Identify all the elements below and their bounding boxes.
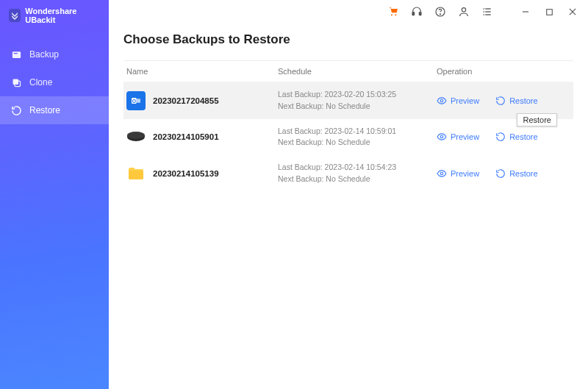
svg-rect-16: [546, 9, 552, 15]
svg-point-7: [440, 14, 440, 15]
menu-icon[interactable]: [481, 5, 494, 18]
svg-rect-10: [485, 8, 490, 9]
sidebar-item-backup[interactable]: Backup: [0, 40, 109, 68]
svg-point-9: [483, 8, 484, 10]
svg-point-13: [483, 14, 484, 15]
sidebar-item-label: Restore: [29, 105, 60, 115]
row-schedule: Last Backup: 2023-02-20 15:03:25Next Bac…: [278, 89, 437, 113]
page-title: Choose Backups to Restore: [123, 32, 573, 47]
sidebar-nav: Backup Clone Restore: [0, 40, 109, 124]
restore-button[interactable]: Restore: [495, 96, 538, 106]
table-row[interactable]: 20230214105139Last Backup: 2023-02-14 10…: [123, 155, 573, 192]
sidebar-item-label: Clone: [29, 77, 52, 88]
svg-point-25: [440, 136, 443, 139]
sidebar: Wondershare UBackit Backup Clone Restore: [0, 0, 109, 389]
svg-point-22: [440, 99, 443, 102]
clone-icon: [10, 76, 22, 88]
svg-rect-15: [523, 11, 528, 12]
restore-tooltip: Restore: [517, 113, 557, 126]
row-type-icon: [126, 164, 153, 183]
svg-rect-21: [137, 99, 140, 102]
row-operations: PreviewRestore: [437, 168, 570, 179]
row-operations: PreviewRestore: [437, 96, 570, 106]
row-name: 20230217204855: [153, 96, 278, 105]
user-icon[interactable]: [457, 5, 470, 18]
content: Choose Backups to Restore Name Schedule …: [109, 24, 588, 389]
help-icon[interactable]: [434, 5, 447, 18]
row-type-icon: [126, 127, 153, 146]
preview-button[interactable]: Preview: [437, 132, 479, 142]
col-header-schedule: Schedule: [278, 67, 437, 76]
preview-button[interactable]: Preview: [437, 168, 479, 179]
minimize-icon[interactable]: [519, 5, 532, 18]
svg-rect-5: [419, 13, 421, 15]
sidebar-item-restore[interactable]: Restore: [0, 96, 109, 124]
table-row[interactable]: O20230217204855Last Backup: 2023-02-20 1…: [123, 82, 573, 119]
svg-point-24: [127, 132, 145, 139]
svg-rect-0: [12, 51, 20, 58]
svg-rect-2: [12, 79, 18, 85]
titlebar: [109, 0, 588, 24]
restore-button[interactable]: Restore: [495, 168, 538, 179]
col-header-name: Name: [126, 67, 278, 76]
sidebar-item-clone[interactable]: Clone: [0, 68, 109, 96]
svg-rect-12: [485, 11, 490, 12]
logo: Wondershare UBackit: [0, 0, 109, 40]
app-title: Wondershare UBackit: [25, 7, 101, 24]
svg-rect-4: [412, 13, 415, 15]
row-schedule: Last Backup: 2023-02-14 10:59:01Next Bac…: [278, 126, 437, 149]
svg-point-27: [440, 172, 443, 175]
headset-icon[interactable]: [410, 5, 423, 18]
table-header: Name Schedule Operation: [123, 61, 573, 82]
svg-text:O: O: [132, 98, 136, 103]
backup-table: Name Schedule Operation O20230217204855L…: [123, 60, 573, 192]
table-row[interactable]: 20230214105901Last Backup: 2023-02-14 10…: [123, 119, 573, 156]
svg-rect-1: [13, 53, 17, 54]
restore-icon: [10, 104, 22, 116]
restore-button[interactable]: Restore: [495, 132, 538, 142]
row-operations: PreviewRestore: [437, 132, 570, 142]
svg-point-11: [483, 11, 484, 13]
main: Choose Backups to Restore Name Schedule …: [109, 0, 588, 389]
svg-rect-26: [129, 171, 143, 179]
close-icon[interactable]: [566, 5, 579, 18]
row-name: 20230214105139: [153, 169, 278, 178]
backup-icon: [10, 49, 22, 60]
col-header-operation: Operation: [437, 67, 573, 76]
row-type-icon: O: [126, 91, 153, 110]
app-logo-icon: [9, 9, 21, 22]
svg-rect-14: [485, 14, 490, 15]
row-schedule: Last Backup: 2023-02-14 10:54:23Next Bac…: [278, 162, 437, 185]
preview-button[interactable]: Preview: [437, 96, 479, 106]
row-name: 20230214105901: [153, 132, 278, 141]
svg-point-8: [462, 8, 465, 12]
cart-icon[interactable]: [387, 5, 400, 18]
maximize-icon[interactable]: [542, 5, 556, 18]
sidebar-item-label: Backup: [29, 49, 59, 60]
